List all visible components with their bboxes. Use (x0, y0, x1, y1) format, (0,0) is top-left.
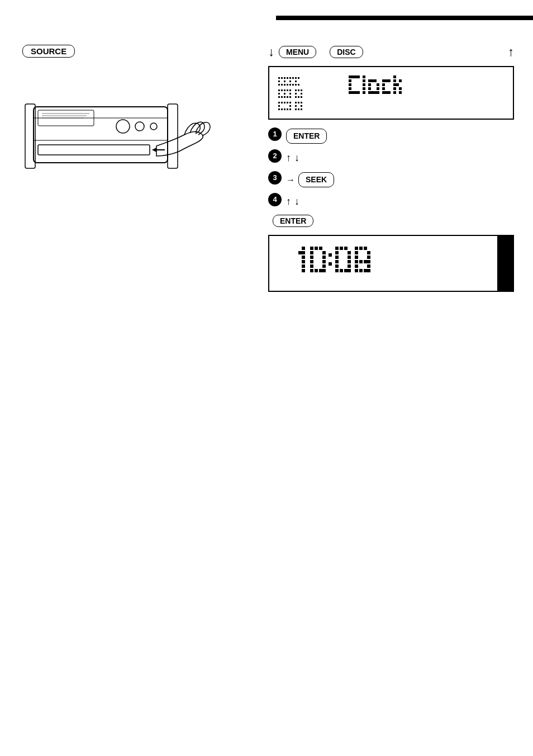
svg-rect-109 (385, 91, 388, 94)
svg-rect-97 (368, 87, 371, 90)
svg-rect-118 (393, 91, 396, 94)
svg-rect-160 (359, 247, 363, 250)
step-1-number: 1 (268, 127, 282, 141)
svg-rect-18 (287, 77, 288, 79)
svg-rect-151 (335, 260, 339, 263)
right-section: ↓ MENU DISC ↑ (268, 45, 514, 292)
step-3-seek-label: SEEK (298, 172, 334, 187)
svg-rect-121 (302, 251, 305, 254)
svg-rect-127 (310, 247, 313, 250)
step-3-number: 3 (268, 171, 282, 185)
svg-rect-107 (382, 87, 385, 90)
svg-rect-140 (319, 269, 322, 272)
svg-rect-165 (367, 256, 370, 259)
time-display-svg (291, 244, 492, 283)
svg-rect-47 (289, 96, 291, 98)
svg-rect-129 (319, 247, 322, 250)
up-arrow-icon: ↑ (508, 45, 514, 59)
svg-rect-81 (349, 83, 351, 86)
svg-rect-27 (278, 84, 280, 86)
svg-rect-139 (315, 269, 318, 272)
svg-rect-71 (295, 105, 297, 107)
svg-rect-114 (393, 83, 396, 86)
svg-rect-17 (284, 77, 285, 79)
step-2-number: 2 (268, 149, 282, 163)
svg-rect-82 (349, 87, 351, 90)
svg-rect-149 (335, 256, 339, 259)
svg-rect-68 (295, 102, 297, 103)
svg-rect-122 (302, 256, 305, 259)
svg-rect-106 (382, 83, 385, 86)
svg-rect-175 (367, 269, 370, 272)
svg-rect-7 (38, 145, 150, 155)
svg-rect-79 (357, 75, 360, 78)
svg-rect-113 (399, 79, 402, 82)
svg-rect-75 (301, 108, 302, 110)
svg-rect-95 (368, 83, 371, 86)
step-4-content: ↑ ↓ (286, 193, 299, 209)
svg-rect-92 (368, 79, 371, 82)
svg-rect-63 (295, 93, 297, 94)
svg-rect-40 (278, 93, 280, 94)
svg-rect-37 (284, 89, 285, 91)
svg-rect-132 (310, 256, 313, 259)
svg-rect-153 (335, 264, 339, 268)
down-arrow-icon: ↓ (268, 45, 274, 59)
clock-text-svg (348, 73, 470, 111)
svg-rect-159 (355, 247, 358, 250)
svg-rect-162 (355, 251, 358, 254)
step-2-row: 2 ↑ ↓ (268, 149, 514, 166)
svg-rect-135 (322, 260, 326, 263)
svg-rect-50 (284, 102, 285, 103)
svg-rect-29 (284, 84, 285, 86)
svg-rect-152 (348, 260, 351, 263)
svg-rect-124 (302, 264, 305, 268)
disc-label: DISC (330, 46, 363, 58)
svg-rect-28 (281, 84, 283, 86)
svg-rect-112 (393, 79, 396, 82)
svg-rect-134 (310, 260, 313, 263)
svg-rect-93 (371, 79, 374, 82)
svg-rect-41 (284, 93, 285, 94)
dot-matrix-svg (277, 76, 339, 114)
svg-rect-102 (377, 91, 379, 94)
svg-rect-155 (335, 269, 339, 272)
svg-rect-111 (393, 75, 396, 78)
svg-rect-96 (377, 83, 379, 86)
svg-rect-116 (393, 87, 396, 90)
svg-rect-58 (287, 108, 288, 110)
svg-rect-161 (364, 247, 367, 250)
svg-rect-163 (367, 251, 370, 254)
svg-rect-141 (322, 269, 326, 272)
car-stereo-svg (22, 73, 212, 185)
svg-rect-36 (281, 89, 283, 91)
black-right-bar (497, 236, 513, 291)
menu-row: ↓ MENU DISC ↑ (268, 45, 514, 59)
svg-rect-83 (349, 91, 351, 94)
svg-rect-45 (284, 96, 285, 98)
device-illustration (22, 73, 212, 185)
step-4-row: 4 ↑ ↓ (268, 193, 514, 209)
svg-rect-35 (278, 89, 280, 91)
svg-rect-143 (329, 262, 332, 266)
svg-rect-108 (382, 91, 385, 94)
svg-rect-168 (364, 260, 367, 263)
svg-rect-125 (302, 269, 305, 272)
svg-rect-88 (363, 79, 365, 82)
svg-rect-115 (396, 83, 399, 86)
svg-rect-49 (281, 102, 283, 103)
svg-rect-84 (351, 91, 354, 94)
svg-rect-156 (340, 269, 343, 272)
svg-rect-30 (287, 84, 288, 86)
svg-rect-34 (298, 84, 299, 86)
svg-rect-138 (310, 269, 313, 272)
svg-rect-91 (363, 91, 365, 94)
dot-matrix-icon (277, 76, 339, 110)
svg-rect-164 (355, 256, 358, 259)
step-2-down-arrow: ↓ (294, 150, 299, 166)
svg-rect-146 (344, 247, 348, 250)
svg-rect-44 (281, 96, 283, 98)
svg-rect-32 (292, 84, 294, 86)
menu-label: MENU (279, 46, 316, 58)
svg-rect-77 (351, 75, 354, 78)
